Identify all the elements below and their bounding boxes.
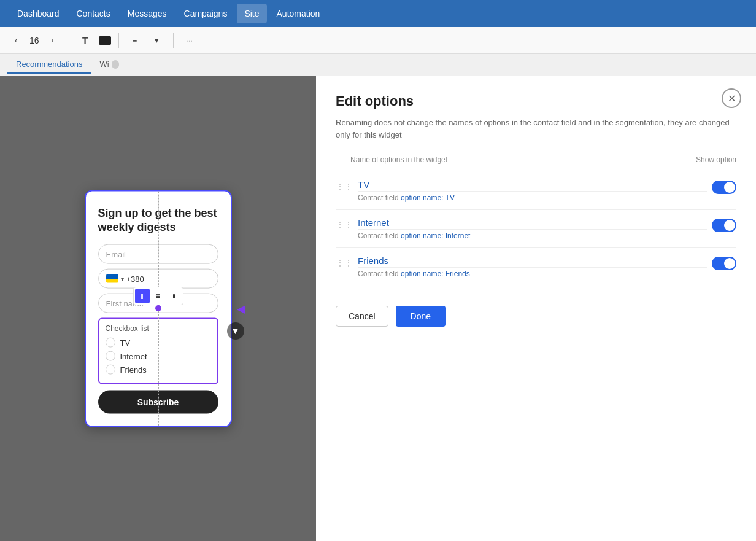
option-sub-internet: Contact field option name: Internet [358,232,707,240]
toolbar-separator-2 [118,33,119,48]
column-show-label: Show option [696,155,736,164]
done-button[interactable]: Done [396,306,446,327]
widget-align-right-btn[interactable]: ⫾ [167,289,182,303]
cancel-button[interactable]: Cancel [336,306,388,327]
toggle-friends[interactable] [712,257,736,270]
options-header: Name of options in the widget Show optio… [336,155,736,169]
flag-ukraine-icon [106,274,118,283]
drag-handle-tv[interactable]: ⋮⋮ [336,182,353,192]
option-content-friends: Contact field option name: Friends [358,255,707,278]
text-format-btn[interactable]: T [77,32,94,49]
option-name-tv-input[interactable] [358,179,707,192]
phone-input[interactable]: ▾ +380 [98,269,218,289]
section-arrow-icon: ◀ [237,303,245,315]
option-row-friends: ⋮⋮ Contact field option name: Friends [336,248,736,286]
tab-wi-badge [112,60,119,69]
email-input[interactable]: Email [98,244,218,264]
widget-title: Sign up to get the best weekly digests [98,206,218,235]
checkbox-section-label: Checkbox list [106,324,211,333]
scroll-down-indicator[interactable]: ▼ [227,322,244,340]
option-row-internet: ⋮⋮ Contact field option name: Internet [336,210,736,248]
drag-handle-internet[interactable]: ⋮⋮ [336,220,353,230]
font-decrease-btn[interactable]: ‹ [7,32,25,49]
tab-bar: Recommendations Wi [0,54,756,76]
tab-wi[interactable]: Wi [91,56,127,74]
nav-messages[interactable]: Messages [120,4,174,23]
checkbox-friends-circle [106,365,115,375]
toolbar: ‹ 16 › T ≡ ▾ ··· [0,27,756,54]
option-content-internet: Contact field option name: Internet [358,217,707,240]
option-sub-tv: Contact field option name: TV [358,193,707,202]
phone-prefix: +380 [126,274,144,283]
align-btn[interactable]: ≡ [126,32,144,49]
edit-panel-title: Edit options [336,93,736,109]
purple-dot [155,305,161,311]
nav-campaigns[interactable]: Campaigns [177,4,235,23]
checkbox-friends[interactable]: Friends [106,365,211,375]
option-content-tv: Contact field option name: TV [358,179,707,202]
checkbox-internet[interactable]: Internet [106,351,211,361]
option-row-tv: ⋮⋮ Contact field option name: TV [336,172,736,210]
toggle-tv[interactable] [712,181,736,194]
edit-panel-description: Renaming does not change the names of op… [336,117,736,141]
drag-handle-friends[interactable]: ⋮⋮ [336,258,353,268]
font-increase-btn[interactable]: › [44,32,61,49]
subscribe-button[interactable]: Subscribe [98,391,218,414]
more-options-btn[interactable]: ··· [181,32,198,49]
nav-contacts[interactable]: Contacts [69,4,118,23]
nav-bar: Dashboard Contacts Messages Campaigns Si… [0,0,756,27]
main-layout: Container ⫿ ≡ ⫾ Sign up to get the best … [0,76,756,541]
action-buttons: Cancel Done [336,306,736,327]
edit-options-panel: Edit options Renaming does not change th… [316,76,756,541]
checkbox-section: Checkbox list TV Internet Friends [98,318,218,384]
phone-dropdown-icon[interactable]: ▾ [121,275,124,282]
font-size-display: 16 [29,36,39,45]
canvas-area: Container ⫿ ≡ ⫾ Sign up to get the best … [0,76,316,541]
option-sub-friends: Contact field option name: Friends [358,270,707,278]
toggle-internet[interactable] [712,219,736,232]
tab-recommendations[interactable]: Recommendations [7,56,91,74]
close-button[interactable]: ✕ [722,88,741,108]
align-dropdown-btn[interactable]: ▾ [148,32,166,49]
toolbar-separator-3 [173,33,174,48]
nav-site[interactable]: Site [237,4,266,23]
font-size-value: 16 [29,36,39,45]
color-swatch[interactable] [99,36,111,45]
widget-align-left-btn[interactable]: ⫿ [135,289,150,303]
checkbox-tv-circle [106,338,115,348]
checkbox-internet-circle [106,351,115,361]
option-name-internet-input[interactable] [358,217,707,230]
nav-dashboard[interactable]: Dashboard [10,4,67,23]
checkbox-tv[interactable]: TV [106,338,211,348]
column-name-label: Name of options in the widget [350,155,447,164]
nav-automation[interactable]: Automation [269,4,328,23]
toolbar-separator-1 [69,33,69,48]
widget-align-center-btn[interactable]: ≡ [151,289,166,303]
option-name-friends-input[interactable] [358,255,707,268]
